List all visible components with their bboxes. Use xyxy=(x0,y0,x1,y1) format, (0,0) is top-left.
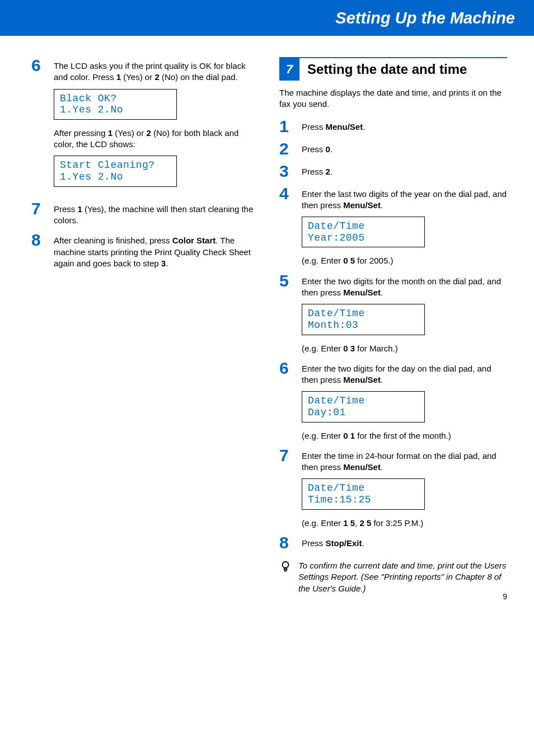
text: (e.g. Enter xyxy=(302,431,343,440)
lcd-display: Date/Time Day:01 xyxy=(302,391,425,422)
right-step-4: 4 Enter the last two digits of the year … xyxy=(279,185,507,267)
step-number: 4 xyxy=(279,185,302,202)
page-banner: Setting Up the Machine xyxy=(0,0,534,36)
text: (Yes) or xyxy=(113,128,146,138)
key-1: 1 xyxy=(116,72,121,82)
color-start-key: Color Start xyxy=(172,236,216,245)
text: After pressing xyxy=(54,128,108,138)
example-keys: 0 1 xyxy=(343,431,355,440)
step-number: 6 xyxy=(31,57,54,74)
step-body: Enter the last two digits of the year on… xyxy=(302,185,507,267)
section-title: Setting the date and time xyxy=(307,62,467,77)
step-body: Enter the two digits for the day on the … xyxy=(302,360,507,442)
menu-set-key: Menu/Set xyxy=(343,375,381,384)
text: (e.g. Enter xyxy=(302,518,343,528)
lcd-line: Date/Time xyxy=(308,482,419,494)
lcd-line: Black OK? xyxy=(60,93,171,105)
step-body: After cleaning is finished, press Color … xyxy=(54,232,259,269)
banner-title: Setting Up the Machine xyxy=(335,9,515,27)
lcd-display: Start Cleaning? 1.Yes 2.No xyxy=(54,156,177,186)
step-body: Press 2. xyxy=(302,163,507,177)
text: Enter the last two digits of the year on… xyxy=(302,189,507,210)
lcd-line: Year:2005 xyxy=(308,232,419,244)
text: for 2005.) xyxy=(355,256,393,265)
text: . xyxy=(381,288,383,297)
text: . xyxy=(381,375,383,384)
key-0: 0 xyxy=(326,144,330,154)
text: Enter the time in 24-hour format on the … xyxy=(302,451,496,472)
right-column: 7 Setting the date and time The machine … xyxy=(279,57,507,594)
lightbulb-icon xyxy=(279,560,292,575)
key-2: 2 xyxy=(326,167,330,176)
left-column: 6 The LCD asks you if the print quality … xyxy=(31,57,259,594)
lcd-line: Date/Time xyxy=(308,220,419,232)
text: . xyxy=(330,167,332,176)
right-step-5: 5 Enter the two digits for the month on … xyxy=(279,273,507,354)
left-step-8: 8 After cleaning is finished, press Colo… xyxy=(31,232,259,269)
example-keys: 0 3 xyxy=(343,344,355,353)
text: (e.g. Enter xyxy=(302,344,343,353)
lcd-line: Date/Time xyxy=(308,308,419,320)
left-step-6: 6 The LCD asks you if the print quality … xyxy=(31,57,259,195)
text: . xyxy=(330,144,332,154)
right-step-2: 2 Press 0. xyxy=(279,140,507,157)
step-body: The LCD asks you if the print quality is… xyxy=(54,57,259,195)
step-number: 8 xyxy=(31,232,54,248)
step-number: 8 xyxy=(279,534,302,551)
lcd-line: 1.Yes 2.No xyxy=(60,104,171,116)
menu-set-key: Menu/Set xyxy=(343,288,381,297)
right-step-1: 1 Press Menu/Set. xyxy=(279,118,507,135)
step-number: 7 xyxy=(31,200,54,217)
right-step-7: 7 Enter the time in 24-hour format on th… xyxy=(279,447,507,529)
text: for 3:25 P.M.) xyxy=(371,518,423,528)
text: After cleaning is finished, press xyxy=(54,236,172,245)
text: . xyxy=(381,200,383,210)
lcd-line: Date/Time xyxy=(308,395,419,407)
tip-text: To confirm the current date and time, pr… xyxy=(298,560,507,594)
step-body: Press 1 (Yes), the machine will then sta… xyxy=(54,200,259,227)
text: . xyxy=(381,462,383,472)
text: (Yes), the machine will then start clean… xyxy=(54,204,253,225)
step-ref: 3 xyxy=(161,259,166,268)
menu-set-key: Menu/Set xyxy=(343,462,381,472)
text: Press xyxy=(302,122,326,132)
left-step-7: 7 Press 1 (Yes), the machine will then s… xyxy=(31,200,259,227)
step-number: 5 xyxy=(279,273,302,289)
text: . xyxy=(166,259,168,268)
text: (e.g. Enter xyxy=(302,256,343,265)
page-number: 9 xyxy=(503,592,507,601)
step-number: 6 xyxy=(279,360,302,377)
section-intro: The machine displays the date and time, … xyxy=(279,87,507,110)
step-body: Press Menu/Set. xyxy=(302,118,507,133)
right-step-8: 8 Press Stop/Exit. xyxy=(279,534,507,551)
text: . xyxy=(363,122,365,132)
step-number: 1 xyxy=(279,118,302,135)
text: Press xyxy=(302,167,326,176)
lcd-line: 1.Yes 2.No xyxy=(60,171,171,183)
lcd-display: Black OK? 1.Yes 2.No xyxy=(54,89,177,120)
text: (Yes) or xyxy=(121,72,154,82)
lcd-line: Time:15:25 xyxy=(308,494,419,506)
step-body: Press 0. xyxy=(302,140,507,155)
step-number: 2 xyxy=(279,140,302,157)
content-columns: 6 The LCD asks you if the print quality … xyxy=(0,36,534,594)
lcd-line: Day:01 xyxy=(308,407,419,419)
right-step-6: 6 Enter the two digits for the day on th… xyxy=(279,360,507,442)
text: Press xyxy=(302,144,326,154)
text: Press xyxy=(54,204,78,214)
key-1: 1 xyxy=(78,204,82,214)
text: Press xyxy=(302,538,326,548)
menu-set-key: Menu/Set xyxy=(326,122,363,132)
lcd-line: Start Cleaning? xyxy=(60,159,171,171)
text: for the first of the month.) xyxy=(355,431,451,440)
step-body: Enter the two digits for the month on th… xyxy=(302,273,507,354)
lcd-display: Date/Time Month:03 xyxy=(302,304,425,335)
section-header: 7 Setting the date and time xyxy=(279,57,507,81)
section-number: 7 xyxy=(279,58,299,81)
text: for March.) xyxy=(355,344,398,353)
step-body: Enter the time in 24-hour format on the … xyxy=(302,447,507,529)
text: Enter the two digits for the day on the … xyxy=(302,364,491,384)
lcd-display: Date/Time Time:15:25 xyxy=(302,478,425,509)
tip-block: To confirm the current date and time, pr… xyxy=(279,560,507,594)
text: (No) on the dial pad. xyxy=(160,72,238,82)
